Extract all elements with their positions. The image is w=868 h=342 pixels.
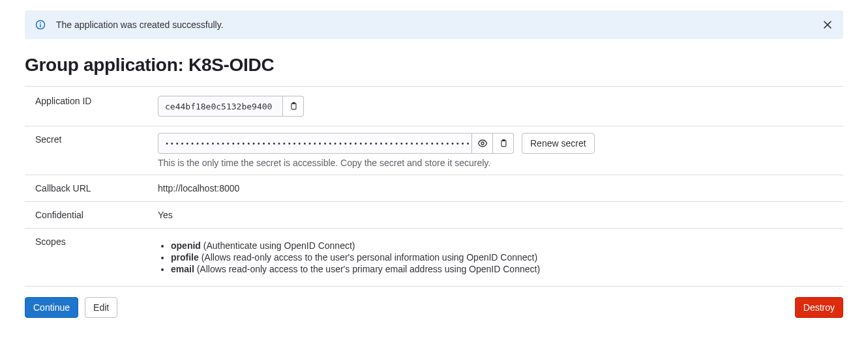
row-scopes: Scopes openid (Authenticate using OpenID… — [25, 229, 843, 287]
scope-desc: (Allows read-only access to the user's p… — [194, 264, 540, 274]
row-confidential: Confidential Yes — [25, 202, 843, 229]
footer-actions: Continue Edit Destroy — [25, 297, 843, 318]
label-callback-url: Callback URL — [25, 175, 158, 202]
application-details: Application ID ce44bf18e0c5132be9400 Sec… — [25, 86, 843, 287]
scope-item: email (Allows read-only access to the us… — [171, 264, 833, 274]
row-callback-url: Callback URL http://localhost:8000 — [25, 175, 843, 202]
label-secret: Secret — [25, 126, 158, 175]
reveal-secret-button[interactable] — [472, 133, 493, 154]
edit-button[interactable]: Edit — [85, 297, 117, 318]
scope-item: profile (Allows read-only access to the … — [171, 252, 833, 263]
page-title: Group application: K8S-OIDC — [25, 55, 843, 76]
scope-name: email — [171, 264, 194, 274]
scope-item: openid (Authenticate using OpenID Connec… — [171, 240, 833, 251]
secret-help-text: This is the only time the secret is acce… — [158, 158, 833, 168]
scope-desc: (Allows read-only access to the user's p… — [199, 252, 537, 263]
scope-name: openid — [171, 240, 201, 251]
label-confidential: Confidential — [25, 202, 158, 229]
renew-secret-button[interactable]: Renew secret — [522, 133, 595, 154]
destroy-button[interactable]: Destroy — [795, 297, 843, 318]
svg-rect-2 — [40, 24, 41, 27]
svg-point-5 — [481, 142, 484, 145]
row-application-id: Application ID ce44bf18e0c5132be9400 — [25, 87, 843, 126]
secret-mask: ••••••••••••••••••••••••••••••••••••••••… — [165, 140, 472, 147]
scope-desc: (Authenticate using OpenID Connect) — [201, 240, 355, 251]
title-prefix: Group application: — [25, 55, 188, 75]
info-icon — [35, 20, 46, 30]
close-icon[interactable] — [822, 20, 833, 30]
application-id-value[interactable]: ce44bf18e0c5132be9400 — [158, 96, 283, 117]
clipboard-icon — [289, 102, 298, 111]
eye-icon — [477, 138, 488, 149]
label-application-id: Application ID — [25, 87, 158, 126]
confidential-value: Yes — [158, 202, 843, 229]
svg-point-1 — [40, 22, 41, 23]
success-alert: The application was created successfully… — [25, 10, 843, 39]
secret-value[interactable]: ••••••••••••••••••••••••••••••••••••••••… — [158, 133, 472, 154]
alert-message: The application was created successfully… — [56, 20, 822, 30]
scope-name: profile — [171, 252, 199, 263]
clipboard-icon — [499, 139, 508, 148]
copy-secret-button[interactable] — [493, 133, 514, 154]
scopes-list: openid (Authenticate using OpenID Connec… — [158, 240, 833, 274]
continue-button[interactable]: Continue — [25, 297, 78, 318]
callback-url-value: http://localhost:8000 — [158, 175, 843, 202]
row-secret: Secret •••••••••••••••••••••••••••••••••… — [25, 126, 843, 175]
secret-group: ••••••••••••••••••••••••••••••••••••••••… — [158, 133, 514, 154]
label-scopes: Scopes — [25, 229, 158, 287]
application-id-group: ce44bf18e0c5132be9400 — [158, 96, 304, 117]
title-app-name: K8S-OIDC — [188, 55, 274, 75]
copy-application-id-button[interactable] — [283, 96, 304, 117]
